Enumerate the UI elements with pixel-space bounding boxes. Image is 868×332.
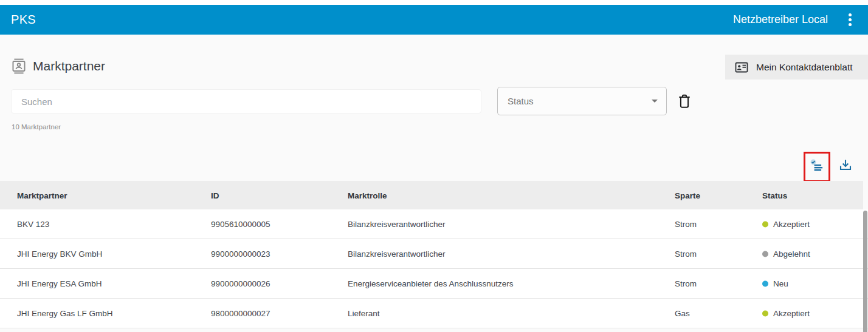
cell-sparte: Strom — [675, 249, 697, 259]
cell-sparte: Strom — [675, 220, 697, 229]
status-filter-select[interactable]: Status — [497, 87, 667, 115]
status-label: Akzeptiert — [773, 220, 810, 229]
cell-marktpartner: JHI Energy ESA GmbH — [17, 279, 102, 288]
app-title: PKS — [11, 13, 36, 27]
app-header: PKS Netzbetreiber Local — [0, 5, 868, 35]
cell-status: Abgelehnt — [762, 249, 810, 259]
cell-status: Akzeptiert — [762, 220, 810, 229]
cell-marktrolle: Bilanzkreisverantwortlicher — [348, 249, 446, 259]
column-header-id: ID — [211, 191, 219, 200]
download-icon[interactable] — [838, 158, 853, 174]
cell-id: 9905610000005 — [211, 220, 270, 229]
column-header-marktpartner: Marktpartner — [17, 191, 67, 200]
kebab-menu-icon[interactable] — [841, 10, 858, 30]
table-row[interactable]: JHI Energy Gas LF GmbH 9800000000027 Lie… — [0, 299, 868, 328]
cell-marktpartner: JHI Energy BKV GmbH — [17, 249, 102, 259]
account-label: Netzbetreiber Local — [733, 13, 828, 26]
app-window: PKS Netzbetreiber Local Marktpartner Mei… — [0, 0, 868, 332]
contact-card-icon — [734, 60, 749, 75]
status-label: Abgelehnt — [773, 249, 810, 259]
table-body: BKV 123 9905610000005 Bilanzkreisverantw… — [0, 209, 868, 328]
status-filter-label: Status — [508, 96, 534, 106]
contacts-icon — [11, 58, 27, 74]
status-label: Neu — [773, 279, 788, 288]
status-dot — [762, 251, 768, 257]
result-count: 10 Marktpartner — [12, 123, 61, 130]
cell-id: 9800000000027 — [211, 309, 270, 318]
table-header-row: Marktpartner ID Marktrolle Sparte Status — [0, 181, 863, 209]
top-strip — [0, 0, 868, 5]
table-row[interactable]: JHI Energy BKV GmbH 9900000000023 Bilanz… — [0, 239, 868, 269]
status-label: Akzeptiert — [773, 309, 810, 318]
cell-status: Akzeptiert — [762, 309, 810, 318]
clear-filter-trash-icon[interactable] — [677, 93, 692, 109]
cell-sparte: Strom — [675, 279, 697, 288]
column-header-marktrolle: Marktrolle — [348, 191, 387, 200]
cell-marktrolle: Energieserviceanbieter des Anschlussnutz… — [348, 279, 513, 288]
contact-datasheet-button[interactable]: Mein Kontaktdatenblatt — [725, 55, 868, 80]
search-input[interactable] — [11, 89, 481, 113]
cell-sparte: Gas — [675, 309, 690, 318]
chevron-down-icon — [652, 100, 658, 103]
cell-id: 9900000000026 — [211, 279, 270, 288]
cell-status: Neu — [762, 279, 788, 288]
cell-marktrolle: Bilanzkreisverantwortlicher — [348, 220, 446, 229]
cell-marktrolle: Lieferant — [348, 309, 380, 318]
column-header-status: Status — [762, 191, 787, 200]
vertical-scrollbar[interactable] — [863, 211, 867, 332]
column-filter-icon[interactable] — [809, 158, 825, 174]
table-row[interactable]: JHI Energy ESA GmbH 9900000000026 Energi… — [0, 269, 868, 299]
table-row[interactable]: BKV 123 9905610000005 Bilanzkreisverantw… — [0, 209, 868, 239]
status-dot — [762, 221, 768, 227]
page-title: Marktpartner — [33, 59, 105, 73]
cell-id: 9900000000023 — [211, 249, 270, 259]
status-dot — [762, 310, 768, 316]
cell-marktpartner: BKV 123 — [17, 220, 49, 229]
column-header-sparte: Sparte — [675, 191, 700, 200]
contact-datasheet-button-label: Mein Kontaktdatenblatt — [756, 62, 853, 73]
cell-marktpartner: JHI Energy Gas LF GmbH — [17, 309, 113, 318]
status-dot — [762, 280, 768, 286]
